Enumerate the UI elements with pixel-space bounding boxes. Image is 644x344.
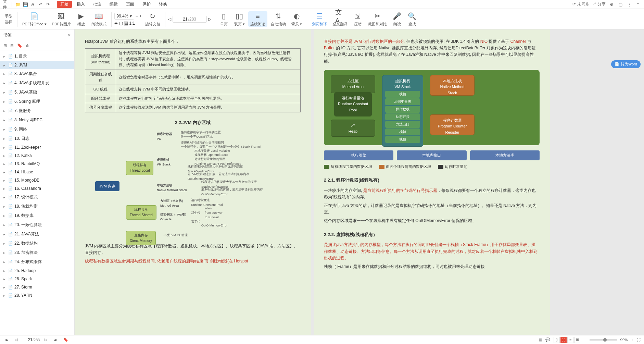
full-translate-button[interactable]: 文A 全文翻译 xyxy=(330,11,350,27)
prev-page-icon[interactable]: ◁ xyxy=(168,17,171,22)
bookmark-item-18[interactable]: ▸📄19. 数据库 xyxy=(0,211,74,220)
sync-status[interactable]: ⟳ 未同步 xyxy=(572,1,589,7)
thread-shared-node: 线程共享Thread Shared xyxy=(126,205,156,220)
fullscreen-icon[interactable]: ⛶ xyxy=(637,338,641,342)
convert-to-word-button[interactable]: 📄 转为Word xyxy=(611,60,641,68)
bookmark-tree-icon[interactable]: ⋔ xyxy=(26,43,29,48)
menu-annotate[interactable]: 批注 xyxy=(90,1,105,7)
menu-protect[interactable]: 保护 xyxy=(139,1,154,7)
pdf-to-office-button[interactable]: 📄 PDF转Office ▾ xyxy=(20,11,49,27)
fit-width-icon[interactable]: ⬌ xyxy=(114,21,118,26)
hand-tool[interactable]: 手型 选择 xyxy=(3,14,14,25)
fit-page-icon[interactable]: ▢ xyxy=(119,21,123,26)
bookmark-item-17[interactable]: ▸📄18. 负载均衡 xyxy=(0,202,74,211)
double-page-button[interactable]: ▯▯ 双页 ▾ xyxy=(232,11,247,27)
bookmark-item-25[interactable]: ▸📄26. Spark xyxy=(0,275,74,283)
settings-icon[interactable]: ⚙ xyxy=(608,1,615,8)
auto-scroll-button[interactable]: ⇅ 自动滚动 xyxy=(269,11,288,27)
single-page-button[interactable]: ▯ 单页 xyxy=(217,11,231,27)
menu-page[interactable]: 页面 xyxy=(123,1,138,7)
bookmark-item-21[interactable]: ▸📄22. 数据结构 xyxy=(0,239,74,248)
more-icon[interactable]: ⋮ xyxy=(626,1,632,8)
last-page-icon[interactable]: ⏭ xyxy=(52,338,59,342)
next-page-icon[interactable]: ▷ xyxy=(43,337,49,342)
view-thumbnail-icon[interactable]: ⊞ xyxy=(574,337,580,343)
read-mode-button[interactable]: 📖 阅读模式 xyxy=(89,11,109,27)
first-page-icon[interactable]: ⏮ xyxy=(3,338,10,342)
jvm-engines: 执行引擎 本地库接口 本地方法库 xyxy=(324,150,540,161)
bookmark-item-22[interactable]: ▸📄23. 加密算法 xyxy=(0,248,74,257)
bookmark-item-7[interactable]: ▸📄8. Netty 与RPC xyxy=(0,115,74,125)
menu-edit[interactable]: 编辑 xyxy=(106,1,121,7)
page-indicator[interactable]: /283 xyxy=(22,337,40,342)
redo-icon[interactable]: ↷ xyxy=(45,1,51,8)
play-button[interactable]: ▶ 播放 xyxy=(74,11,88,27)
bookmark-item-20[interactable]: ▸📄21. JAVA算法 xyxy=(0,230,74,239)
bookmark-item-10[interactable]: ▸📄11. Zookeeper xyxy=(0,143,74,151)
bookmark-item-26[interactable]: ▸📄27. Storm xyxy=(0,283,74,291)
fit-actual-icon[interactable]: 1:1 xyxy=(129,21,135,26)
bookmark-item-4[interactable]: ▸📄5. JAVA基础 xyxy=(0,88,74,97)
bookmark-item-12[interactable]: ▸📄13. RabbitMQ xyxy=(0,160,74,168)
bookmark-item-6[interactable]: ▸📄7. 微服务 xyxy=(0,106,74,115)
search-button[interactable]: 🔍 查找 xyxy=(405,11,419,27)
bookmark-item-8[interactable]: ▸📄9. 网络 xyxy=(0,125,74,134)
bookmark-item-1[interactable]: ▸📄2. JVM xyxy=(0,61,74,69)
next-page-icon[interactable]: ▷ xyxy=(208,17,211,22)
open-icon[interactable]: 📁 xyxy=(15,1,21,8)
bookmark-icon[interactable]: 🔖 xyxy=(17,43,22,48)
bookmark-item-23[interactable]: ▸📄24. 分布式缓存 xyxy=(0,257,74,267)
bookmark-item-27[interactable]: ▸📄28. YARN xyxy=(0,291,74,299)
background-button[interactable]: ◐ 背景 ▾ xyxy=(289,11,304,27)
file-menu[interactable]: 文件 xyxy=(3,1,9,8)
bookmark-item-19[interactable]: ▸📄20. 一致性算法 xyxy=(0,220,74,230)
bookmark-item-14[interactable]: ▸📄15. MongoDB xyxy=(0,176,74,184)
bookmark-nav-icon[interactable]: 🔖 xyxy=(62,337,70,342)
share-button[interactable]: ↗ 分享 xyxy=(592,1,606,7)
bookmark-item-5[interactable]: ▸📄6. Spring 原理 xyxy=(0,97,74,106)
thread-table: 虚拟机线程(VM thread)这个线程等待 JVM 到达安全点操作出现。这些操… xyxy=(85,48,301,112)
view-continuous-icon[interactable]: ≡ xyxy=(567,337,573,343)
prev-page-icon[interactable]: ◁ xyxy=(13,337,19,342)
zoom-input[interactable]: 99.4% ▾ xyxy=(114,13,134,20)
comment-icon[interactable]: 💬 xyxy=(545,337,550,342)
word-translate-button[interactable]: ☰ 划词翻译 xyxy=(310,11,329,27)
pdf-to-image-button[interactable]: 🖼 PDF转图片 xyxy=(50,11,73,27)
bookmark-item-3[interactable]: ▸📄4. JAVA多线程并发 xyxy=(0,78,74,88)
view-double-icon[interactable]: ▯▯ xyxy=(560,337,567,343)
view-icon[interactable]: ▤ xyxy=(124,21,128,26)
menu-insert[interactable]: 插入 xyxy=(73,1,88,7)
chevron-up-icon[interactable]: ⌃ xyxy=(635,1,641,8)
bookmark-item-15[interactable]: ▸📄16. Cassandra xyxy=(0,184,74,193)
menu-start[interactable]: 开始 xyxy=(57,1,72,8)
bookmark-item-9[interactable]: ▸📄10. 日志 xyxy=(0,134,74,143)
bookmark-item-13[interactable]: ▸📄14. Hbase xyxy=(0,168,74,176)
read-aloud-button[interactable]: 🎤 朗读 xyxy=(390,11,404,27)
close-sidebar-icon[interactable]: ✕ xyxy=(67,33,71,38)
expand-all-icon[interactable]: ⊞ xyxy=(3,43,7,48)
bookmark-item-16[interactable]: ▸📄17. 设计模式 xyxy=(0,193,74,202)
continuous-read-button[interactable]: ≡ 连续阅读 xyxy=(248,11,267,27)
menu-convert[interactable]: 转换 xyxy=(155,1,171,7)
undo-icon[interactable]: ↶ xyxy=(37,1,43,8)
panel-toggle-icon[interactable]: ▦ xyxy=(539,337,542,342)
page-input[interactable]: 21/283 xyxy=(173,16,207,23)
bookmark-item-11[interactable]: ▸📄12. Kafka xyxy=(0,151,74,160)
print-icon[interactable]: 🖨 xyxy=(30,1,36,8)
zoom-in-status-icon[interactable]: + xyxy=(631,338,633,342)
page-left: Hotspot JVM 后台运行的系统线程主要有下面几个： 虚拟机线程(VM t… xyxy=(75,29,311,335)
collapse-all-icon[interactable]: ⊟ xyxy=(10,43,14,48)
view-single-icon[interactable]: ▯ xyxy=(554,337,560,343)
save-icon[interactable]: 💾 xyxy=(22,1,28,8)
zoom-slider[interactable] xyxy=(590,339,617,341)
bookmark-item-24[interactable]: ▸📄25. Hadoop xyxy=(0,267,74,275)
rotate-button[interactable]: ↻ 旋转文档 xyxy=(143,11,162,27)
window-icon[interactable]: ▢ xyxy=(617,1,623,8)
zoom-out-icon[interactable]: − xyxy=(136,14,138,19)
zoom-in-icon[interactable]: + xyxy=(139,14,142,19)
zoom-out-status-icon[interactable]: − xyxy=(584,338,586,342)
bookmark-item-0[interactable]: ▸📄1. 目录 xyxy=(0,52,74,61)
bookmark-item-2[interactable]: ▸📄3. JAVA集合 xyxy=(0,69,74,78)
compress-button[interactable]: ⇲ 压缩 xyxy=(351,11,365,27)
screenshot-compare-button[interactable]: ✂ 截图和对比 xyxy=(366,11,389,27)
